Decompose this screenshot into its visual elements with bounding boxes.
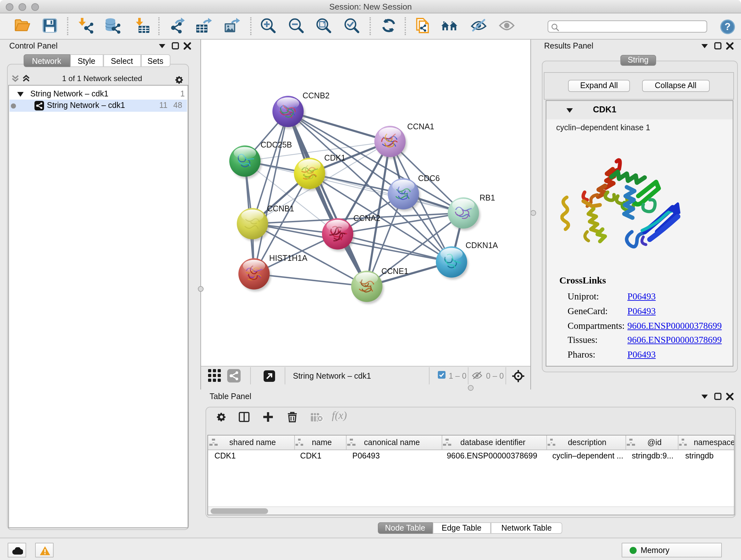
svg-text:HIST1H1A: HIST1H1A	[269, 253, 308, 262]
svg-text:CDKN1A: CDKN1A	[466, 241, 498, 250]
svg-text:CDC6: CDC6	[418, 174, 440, 183]
svg-text:CCNB1: CCNB1	[267, 204, 294, 213]
svg-text:CCNE1: CCNE1	[381, 266, 408, 275]
svg-text:CCNB2: CCNB2	[302, 91, 330, 100]
svg-text:CCNA2: CCNA2	[353, 213, 381, 223]
svg-text:CCNA1: CCNA1	[407, 122, 434, 131]
svg-text:CDC25B: CDC25B	[260, 140, 292, 149]
svg-text:CDK1: CDK1	[324, 153, 346, 162]
svg-text:?: ?	[725, 21, 731, 32]
svg-text:RB1: RB1	[480, 193, 495, 202]
